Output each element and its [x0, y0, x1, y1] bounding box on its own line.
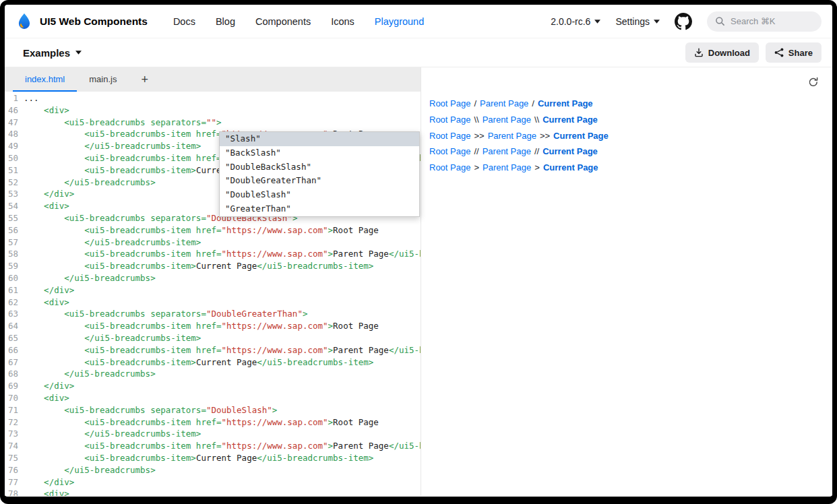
breadcrumb-link[interactable]: Root Page: [429, 131, 470, 141]
line-number: 57: [5, 237, 24, 249]
code-text: <ui5-breadcrumbs-item href="https://www.…: [24, 224, 379, 237]
code-line-67[interactable]: 67 <ui5-breadcrumbs-item>Current Page</u…: [5, 356, 421, 369]
download-button[interactable]: Download: [685, 42, 759, 63]
code-text: <ui5-breadcrumbs-item>Current Page</ui5-…: [24, 260, 373, 272]
code-line-57[interactable]: 57 </ui5-breadcrumbs-item>: [5, 237, 421, 249]
breadcrumb-separator: >>: [540, 131, 550, 141]
breadcrumb-row: Root Page//Parent Page//Current Page: [429, 144, 827, 160]
autocomplete-item[interactable]: "DoubleSlash": [220, 188, 419, 202]
code-line-59[interactable]: 59 <ui5-breadcrumbs-item>Current Page</u…: [5, 260, 421, 272]
line-number: 67: [5, 356, 24, 369]
code-line-73[interactable]: 73 </ui5-breadcrumbs-item>: [5, 428, 421, 440]
autocomplete-item[interactable]: "Slash": [220, 132, 419, 146]
code-line-47[interactable]: 47 <ui5-breadcrumbs separators="">: [5, 117, 421, 129]
code-line-46[interactable]: 46 <div>: [5, 104, 421, 117]
code-line-69[interactable]: 69 </div>: [5, 380, 421, 392]
code-line-75[interactable]: 75 <ui5-breadcrumbs-item>Current Page</u…: [5, 452, 421, 464]
breadcrumb-current: Current Page: [542, 115, 598, 125]
code-line-62[interactable]: 62 <div>: [5, 296, 421, 309]
code-line-64[interactable]: 64 <ui5-breadcrumbs-item href="https://w…: [5, 320, 421, 332]
code-line-1[interactable]: 1...: [5, 92, 421, 104]
settings-menu[interactable]: Settings: [615, 16, 660, 27]
code-line-60[interactable]: 60 </ui5-breadcrumbs>: [5, 272, 421, 284]
code-line-61[interactable]: 61 </div>: [5, 284, 421, 296]
editor-tab-main.js[interactable]: main.js: [77, 67, 129, 92]
editor-tab-index.html[interactable]: index.html: [13, 67, 77, 92]
code-line-66[interactable]: 66 <ui5-breadcrumbs-item href="https://w…: [5, 344, 421, 356]
line-number: 50: [5, 152, 24, 164]
line-number: 61: [5, 284, 24, 296]
code-line-63[interactable]: 63 <ui5-breadcrumbs separators="DoubleGr…: [5, 308, 421, 320]
nav-link-icons[interactable]: Icons: [331, 16, 354, 27]
code-line-56[interactable]: 56 <ui5-breadcrumbs-item href="https://w…: [5, 224, 421, 237]
line-number: 66: [5, 344, 24, 356]
line-number: 64: [5, 320, 24, 332]
search-icon: [715, 16, 725, 26]
chevron-down-icon: [75, 51, 82, 55]
line-number: 53: [5, 188, 24, 200]
code-line-65[interactable]: 65 </ui5-breadcrumbs-item>: [5, 332, 421, 344]
chevron-down-icon: [654, 20, 660, 24]
line-number: 60: [5, 272, 24, 284]
code-line-72[interactable]: 72 <ui5-breadcrumbs-item href="https://w…: [5, 416, 421, 429]
code-line-74[interactable]: 74 <ui5-breadcrumbs-item href="https://w…: [5, 440, 421, 452]
autocomplete-item[interactable]: "DoubleGreaterThan": [220, 174, 419, 188]
breadcrumb-current: Current Page: [538, 98, 593, 108]
share-icon: [774, 48, 784, 57]
line-number: 63: [5, 308, 24, 320]
tab-list: index.htmlmain.js: [13, 67, 129, 92]
breadcrumb-separator: //: [534, 146, 539, 156]
autocomplete-item[interactable]: "DoubleBackSlash": [220, 160, 419, 175]
code-text: </div>: [24, 476, 74, 489]
breadcrumb-link[interactable]: Root Page: [429, 146, 470, 156]
breadcrumb-link[interactable]: Parent Page: [480, 98, 528, 108]
preview-pane: Root Page/Parent Page/Current PageRoot P…: [421, 67, 832, 496]
code-line-78[interactable]: 78 <div>: [5, 488, 421, 496]
new-tab-button[interactable]: +: [135, 67, 154, 92]
search-input[interactable]: Search ⌘K: [707, 11, 822, 32]
share-button[interactable]: Share: [766, 42, 822, 63]
github-link[interactable]: [675, 13, 692, 30]
github-icon: [675, 13, 692, 30]
breadcrumb-rows: Root Page/Parent Page/Current PageRoot P…: [429, 96, 827, 175]
autocomplete-popup: "Slash""BackSlash""DoubleBackSlash""Doub…: [219, 131, 420, 217]
line-number: 55: [5, 212, 24, 224]
code-line-77[interactable]: 77 </div>: [5, 476, 421, 489]
breadcrumb-separator: \\: [534, 115, 539, 125]
code-text: <ui5-breadcrumbs-item href="https://www.…: [24, 320, 379, 332]
code-line-70[interactable]: 70 <div>: [5, 392, 421, 404]
code-text: <div>: [24, 104, 69, 117]
breadcrumb-link[interactable]: Parent Page: [483, 146, 531, 156]
code-line-76[interactable]: 76 </ui5-breadcrumbs>: [5, 464, 421, 476]
code-text: <ui5-breadcrumbs-item href="https://www.…: [24, 248, 421, 260]
autocomplete-item[interactable]: "GreaterThan": [220, 202, 419, 216]
toolbar-actions: Download Share: [685, 42, 822, 63]
breadcrumb-link[interactable]: Parent Page: [488, 131, 536, 141]
autocomplete-item[interactable]: "BackSlash": [220, 146, 419, 160]
line-number: 51: [5, 164, 24, 177]
version-menu[interactable]: 2.0.0-rc.6: [551, 16, 600, 27]
line-number: 70: [5, 392, 24, 404]
refresh-button[interactable]: [807, 75, 820, 91]
breadcrumb-link[interactable]: Root Page: [429, 162, 470, 172]
code-line-58[interactable]: 58 <ui5-breadcrumbs-item href="https://w…: [5, 248, 421, 260]
line-number: 56: [5, 224, 24, 237]
code-text: <ui5-breadcrumbs separators="">: [24, 117, 222, 129]
code-text: </ui5-breadcrumbs>: [24, 177, 156, 189]
nav-link-components[interactable]: Components: [255, 16, 311, 27]
breadcrumb-link[interactable]: Root Page: [429, 98, 470, 108]
breadcrumb-link[interactable]: Root Page: [429, 115, 470, 125]
breadcrumb-link[interactable]: Parent Page: [483, 162, 531, 172]
code-text: ...: [24, 92, 39, 104]
line-number: 49: [5, 140, 24, 152]
code-line-71[interactable]: 71 <ui5-breadcrumbs separators="DoubleSl…: [5, 404, 421, 416]
code-text: <div>: [24, 296, 69, 309]
nav-link-docs[interactable]: Docs: [173, 16, 195, 27]
line-number: 69: [5, 380, 24, 392]
examples-menu[interactable]: Examples: [23, 47, 82, 59]
nav-link-playground[interactable]: Playground: [375, 16, 424, 27]
breadcrumb-link[interactable]: Parent Page: [483, 115, 531, 125]
code-line-68[interactable]: 68 </ui5-breadcrumbs>: [5, 368, 421, 380]
line-number: 75: [5, 452, 24, 464]
nav-link-blog[interactable]: Blog: [216, 16, 235, 27]
